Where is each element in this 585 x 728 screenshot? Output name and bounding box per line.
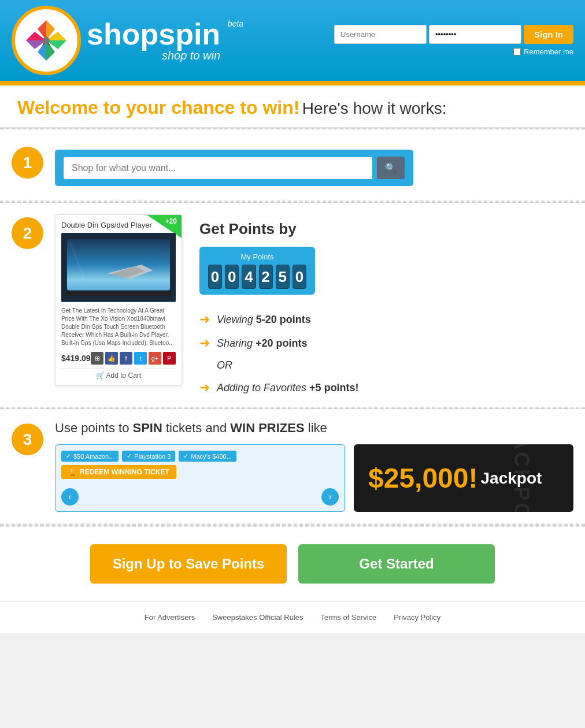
jackpot-amount: $25,000! — [368, 462, 478, 494]
footer-link-sweepstakes[interactable]: Sweepstakes Official Rules — [212, 613, 303, 622]
logo-pinwheel-icon — [20, 14, 72, 66]
step2-inner: +20 Double Din Gps/dvd Player — [55, 214, 573, 395]
header-auth-area: Sign In Remember me — [334, 25, 573, 56]
digit-2: 4 — [242, 265, 256, 289]
arrow-favorites-icon: ➜ — [199, 380, 210, 395]
beta-label: beta — [228, 19, 243, 28]
action-viewing-text: Viewing 5-20 points — [217, 314, 311, 326]
action-sharing: ➜ Sharing +20 points — [199, 336, 573, 351]
footer-link-privacy[interactable]: Privacy Policy — [394, 613, 440, 622]
digit-3: 2 — [259, 265, 273, 289]
footer-link-tos[interactable]: Terms of Service — [320, 613, 376, 622]
product-price-row: $419.09 ⊞ 👍 f t g+ P — [61, 352, 176, 365]
step-1-section: 1 🔍 — [0, 129, 585, 202]
footer-link-advertisers[interactable]: For Advertisers — [145, 613, 195, 622]
points-digits: 0 0 4 2 5 0 — [208, 265, 306, 289]
digit-5: 0 — [292, 265, 306, 289]
step3-win-bold: WIN PRIZES — [230, 421, 304, 435]
username-input[interactable] — [334, 25, 427, 44]
spin-next-button[interactable]: › — [321, 488, 339, 506]
remember-me-row: Remember me — [513, 47, 573, 56]
product-card: +20 Double Din Gps/dvd Player — [55, 214, 182, 386]
get-points-bold: Get Points — [199, 220, 275, 237]
getstarted-button[interactable]: Get Started — [298, 544, 495, 584]
get-points-by: by — [279, 220, 296, 237]
action-favorites-text: Adding to Favorites +5 points! — [217, 382, 359, 394]
get-points-title: Get Points by — [199, 220, 573, 238]
step-2-section: 2 +20 Double Din Gps/dvd Player — [0, 203, 585, 408]
step-1-content: 🔍 — [55, 144, 573, 186]
step3-title-part2: tickets and — [166, 421, 230, 435]
product-price: $419.09 — [61, 354, 91, 363]
tag-ps3: ✓ Playstation 3 — [122, 451, 175, 462]
spin-prev-button[interactable]: ‹ — [61, 488, 79, 506]
cta-section: Sign Up to Save Points Get Started — [0, 526, 585, 601]
spin-nav: ‹ › — [61, 488, 339, 506]
points-area: Get Points by My Points 0 0 4 2 5 0 — [199, 214, 573, 395]
product-image — [61, 233, 176, 302]
tag-amazon: ✓ $50 Amazon... — [61, 451, 119, 462]
digit-1: 0 — [225, 265, 239, 289]
my-points-box: My Points 0 0 4 2 5 0 — [199, 247, 315, 295]
orange-bar — [0, 81, 585, 86]
arrow-viewing-icon: ➜ — [199, 312, 210, 327]
svg-point-9 — [43, 37, 50, 44]
step-3-section: 3 Use points to SPIN tickets and WIN PRI… — [0, 409, 585, 525]
search-bar: 🔍 — [55, 150, 413, 186]
welcome-title-orange: Welcome to your chance to win! — [17, 97, 299, 118]
signin-button[interactable]: Sign In — [524, 25, 573, 44]
signup-button[interactable]: Sign Up to Save Points — [90, 544, 287, 584]
product-description: Get The Latest In Technology At A Great … — [61, 307, 176, 347]
footer: For Advertisers Sweepstakes Official Rul… — [0, 601, 585, 633]
product-social-icons: ⊞ 👍 f t g+ P — [91, 352, 176, 365]
twitter-icon[interactable]: t — [134, 352, 147, 365]
product-image-bg — [61, 233, 176, 302]
like-icon[interactable]: 👍 — [105, 352, 118, 365]
add-to-cart-button[interactable]: 🛒 Add to Cart — [61, 368, 176, 380]
add-to-cart-label: Add to Cart — [106, 372, 141, 380]
googleplus-icon[interactable]: g+ — [149, 352, 161, 365]
pinterest-icon[interactable]: P — [163, 352, 176, 365]
facebook-icon[interactable]: f — [120, 352, 132, 365]
logo-circle — [12, 6, 81, 75]
auth-inputs: Sign In — [334, 25, 573, 44]
logo-area: shopspin beta shop to win — [12, 6, 220, 75]
step3-title-part3: like — [308, 421, 327, 435]
search-button[interactable]: 🔍 — [377, 157, 405, 179]
tag-amazon-label: $50 Amazon... — [73, 453, 114, 460]
step-3-number: 3 — [12, 424, 43, 455]
grid-icon[interactable]: ⊞ — [91, 352, 103, 365]
product-badge-text: +20 — [165, 217, 177, 225]
cart-icon: 🛒 — [96, 372, 105, 380]
redeem-button[interactable]: 🏆 REDEEM WINNING TICKET — [61, 465, 176, 479]
search-input[interactable] — [64, 157, 372, 179]
step-1-number: 1 — [12, 147, 43, 179]
logo-text-area: shopspin beta shop to win — [87, 19, 220, 62]
tag-macys-label: Macy's $400... — [191, 453, 232, 460]
password-input[interactable] — [429, 25, 521, 44]
tag-ps3-label: Playstation 3 — [134, 453, 171, 460]
digit-0: 0 — [208, 265, 222, 289]
welcome-title-black: Here's how it works: — [302, 99, 447, 117]
digit-4: 5 — [276, 265, 290, 289]
my-points-label: My Points — [208, 252, 306, 261]
search-icon: 🔍 — [385, 163, 397, 173]
tag-macys: ✓ Macy's $400... — [179, 451, 236, 462]
step-2-number: 2 — [12, 217, 43, 249]
product-image-svg — [61, 233, 176, 302]
step3-title: Use points to SPIN tickets and WIN PRIZE… — [55, 421, 573, 436]
jackpot-watermark: JACKPOT — [509, 444, 534, 512]
redeem-label: REDEEM WINNING TICKET — [80, 468, 169, 476]
remember-me-checkbox[interactable] — [513, 48, 521, 55]
welcome-section: Welcome to your chance to win! Here's ho… — [0, 86, 585, 128]
step-3-content: Use points to SPIN tickets and WIN PRIZE… — [55, 421, 573, 512]
svg-rect-15 — [66, 292, 171, 296]
check-icon: ✓ — [66, 452, 71, 460]
action-sharing-text: Sharing +20 points — [217, 337, 308, 350]
check-icon-3: ✓ — [183, 452, 188, 460]
check-icon-2: ✓ — [127, 452, 132, 460]
prizes-row: ✓ $50 Amazon... ✓ Playstation 3 ✓ Macy's… — [55, 444, 573, 512]
arrow-sharing-icon: ➜ — [199, 336, 210, 351]
jackpot-box: $25,000! Jackpot JACKPOT — [354, 444, 573, 512]
brand-name: shopspin — [87, 17, 220, 51]
